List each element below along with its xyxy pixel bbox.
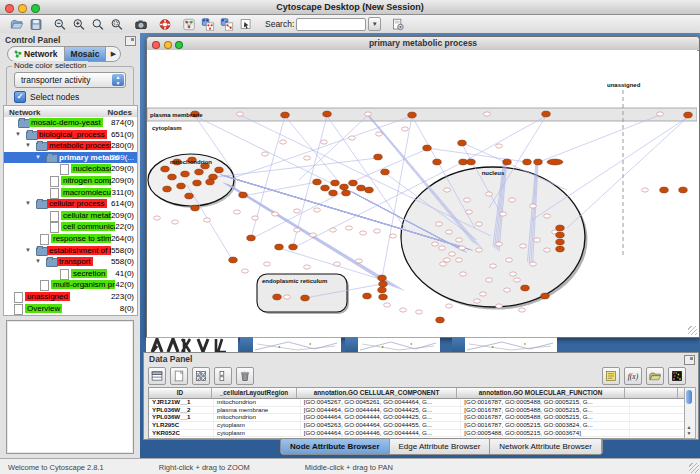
expand-arrow-icon[interactable]: ▼	[25, 200, 31, 206]
table-icon[interactable]	[148, 367, 166, 385]
table-cell[interactable]: cytoplasm	[214, 430, 301, 437]
zoom-fit-icon[interactable]	[91, 18, 105, 31]
tree-row-nucleobase-c[interactable]: nucleobase-c209(0)	[4, 163, 137, 175]
attribute-table[interactable]: ID_cellularLayoutRegionannotation.GO CEL…	[148, 387, 686, 439]
tree-row-biological-process[interactable]: ▼biological_process651(0)	[4, 129, 137, 141]
float-panel-icon[interactable]	[125, 36, 136, 46]
zoom-in-icon[interactable]	[72, 18, 86, 31]
select-nodes-option[interactable]: ✓ Select nodes	[14, 91, 79, 103]
search-input[interactable]	[296, 18, 366, 31]
tree-row-secretion[interactable]: secretion41(0)	[4, 268, 137, 280]
column-header[interactable]: annotation.GO CELLULAR_COMPONENT	[297, 388, 457, 398]
network-canvas[interactable]: plasma membranecytoplasmmitochondrionnuc…	[147, 50, 697, 335]
column-header[interactable]	[625, 388, 678, 398]
scrollbar-thumb[interactable]	[686, 390, 692, 404]
table-cell[interactable]: [GO:0044464, GO:0044444, GO:0044425, G..…	[301, 414, 462, 421]
expand-arrow-icon[interactable]: ▼	[35, 258, 41, 264]
table-cell[interactable]	[630, 407, 685, 414]
column-header[interactable]: ID	[149, 388, 212, 398]
tree-row-transport[interactable]: ▼transport558(0)	[4, 256, 137, 268]
new-attribute-icon[interactable]	[170, 367, 188, 385]
tab-overflow-arrow[interactable]: ▶	[106, 47, 120, 61]
table-cell[interactable]: [GO:0016787, GO:0005488, GO:0005215, G..…	[461, 399, 629, 406]
zoom-window-icon[interactable]	[31, 4, 40, 13]
select-tool-icon[interactable]	[239, 18, 253, 31]
table-cell[interactable]: [GO:0045267, GO:0045261, GO:0044464, G..…	[301, 399, 462, 406]
table-cell[interactable]: YPL036W__2	[149, 407, 214, 414]
tree-row-multi-organism-pro[interactable]: multi-organism pro42(0)	[4, 279, 137, 291]
scrollbar-arrows[interactable]: ▲▼	[685, 424, 693, 436]
table-cell[interactable]: [GO:0005488, GO:0005215, GO:0003674]	[461, 430, 629, 437]
background-window-fragment[interactable]	[452, 337, 465, 352]
node-edit-icon[interactable]	[201, 18, 215, 31]
birds-eye-view[interactable]	[6, 320, 134, 454]
column-header[interactable]: _cellularLayoutRegion	[212, 388, 297, 398]
table-cell[interactable]	[630, 414, 685, 421]
background-window-fragment[interactable]	[146, 337, 238, 353]
table-row[interactable]: YKR052Ccytoplasm[GO:0044464, GO:0044446,…	[149, 430, 685, 438]
table-scrollbar[interactable]: ▲▼	[684, 387, 696, 439]
save-session-icon[interactable]	[29, 18, 43, 31]
tree-row-macromolecule[interactable]: macromolecule311(0)	[4, 187, 137, 199]
tree-row-overview[interactable]: Overview8(0)	[4, 303, 137, 315]
table-cell[interactable]: mitochondrion	[214, 399, 301, 406]
table-cell[interactable]: YDR039C__1	[149, 437, 214, 439]
close-icon[interactable]	[152, 41, 160, 49]
tree-row-cell-communicat[interactable]: cell communicat22(0)	[4, 221, 137, 233]
table-cell[interactable]	[630, 399, 685, 406]
minimize-icon[interactable]	[18, 4, 27, 13]
table-cell[interactable]: [GO:0044464, GO:0044446, GO:0044444, G..…	[301, 430, 462, 437]
table-cell[interactable]: plasma membrane	[214, 407, 301, 414]
tree-row-cellular-process[interactable]: ▼cellular process614(0)	[4, 198, 137, 210]
zoom-region-icon[interactable]	[110, 18, 124, 31]
zoom-out-icon[interactable]	[53, 18, 67, 31]
table-cell[interactable]	[630, 437, 685, 439]
table-row[interactable]: YPL036W__1mitochondrion[GO:0044464, GO:0…	[149, 414, 685, 422]
table-cell[interactable]: cytoplasm	[214, 422, 301, 429]
table-cell[interactable]: [GO:0044464, GO:0044444, GO:0044425, G..…	[301, 407, 462, 414]
table-row[interactable]: YPL036W__2plasma membrane[GO:0044464, GO…	[149, 407, 685, 415]
tab-network-attribute-browser[interactable]: Network Attribute Browser	[490, 439, 601, 454]
background-window-fragment[interactable]	[358, 337, 440, 353]
table-cell[interactable]: YKR052C	[149, 430, 214, 437]
zoom-window-icon[interactable]	[175, 41, 183, 49]
table-cell[interactable]: mitochondrion	[214, 414, 301, 421]
tree-row-unassigned[interactable]: unassigned223(0)	[4, 291, 137, 303]
close-icon[interactable]	[5, 4, 14, 13]
edge-edit-icon[interactable]	[220, 18, 234, 31]
import-attributes-icon[interactable]	[646, 367, 664, 385]
resize-grip[interactable]	[688, 326, 697, 335]
app-resize-grip[interactable]	[689, 463, 699, 473]
table-cell[interactable]: [GO:0016787, GO:0005215, GO:0003824, G..…	[461, 422, 629, 429]
search-dropdown-icon[interactable]: ▼	[368, 17, 381, 31]
delete-attribute-icon[interactable]	[236, 367, 254, 385]
table-row[interactable]: YJR121W__1mitochondrion[GO:0045267, GO:0…	[149, 399, 685, 407]
node-color-dropdown[interactable]: transporter activity ▲▼	[14, 72, 126, 88]
table-cell[interactable]: [GO:0045263, GO:0044464, GO:0044455, G..…	[301, 422, 462, 429]
expand-arrow-icon[interactable]: ▼	[25, 247, 31, 253]
open-session-icon[interactable]	[10, 18, 24, 31]
tree-row-cellular-metabol[interactable]: cellular metabol209(0)	[4, 210, 137, 222]
tab-network[interactable]: Network	[8, 47, 65, 61]
background-window-fragment[interactable]	[240, 337, 253, 352]
tab-mosaic[interactable]: Mosaic	[65, 47, 107, 61]
minimize-icon[interactable]	[164, 41, 172, 49]
table-cell[interactable]: YJR121W__1	[149, 399, 214, 406]
column-header[interactable]: annotation.GO MOLECULAR_FUNCTION	[457, 388, 625, 398]
matrix-icon[interactable]	[668, 367, 686, 385]
network-window-controls[interactable]	[152, 41, 183, 49]
float-panel-icon[interactable]	[684, 355, 695, 365]
tab-edge-attribute-browser[interactable]: Edge Attribute Browser	[390, 439, 491, 454]
table-cell[interactable]: [GO:0016787, GO:0005488, GO:0005215, G..…	[461, 414, 629, 421]
expand-arrow-icon[interactable]: ▼	[15, 131, 21, 137]
save-session-as-icon[interactable]	[391, 18, 405, 31]
background-window-fragment[interactable]	[345, 337, 358, 352]
export-image-icon[interactable]	[134, 18, 148, 31]
tree-row-establishment-of-lo[interactable]: ▼establishment of lo558(0)	[4, 245, 137, 257]
tree-row-mosaic-demo-yeast[interactable]: mosaic-demo-yeast874(0)	[4, 117, 137, 129]
unselect-attributes-icon[interactable]	[214, 367, 232, 385]
tree-row-primary-metabo[interactable]: ▼primary metabo209(...	[4, 152, 137, 164]
window-controls[interactable]	[5, 4, 40, 13]
help-icon[interactable]	[158, 18, 172, 31]
tab-node-attribute-browser[interactable]: Node Attribute Browser	[281, 439, 390, 454]
